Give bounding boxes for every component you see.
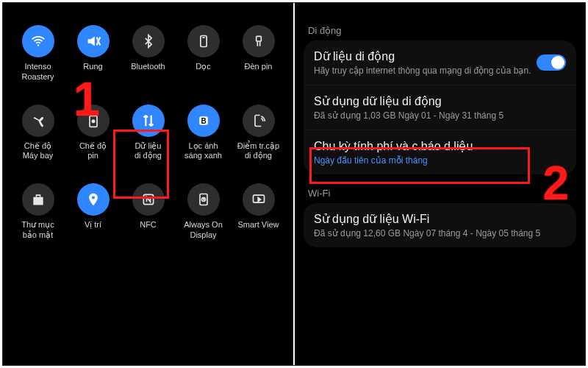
qs-tile-data[interactable]: Dữ liệu di động xyxy=(122,105,174,162)
svg-rect-4 xyxy=(256,36,261,41)
rotate-icon xyxy=(187,25,220,57)
bluetooth-icon xyxy=(132,25,165,57)
smartview-icon xyxy=(243,183,275,216)
qs-tile-label: Smart View xyxy=(237,220,279,230)
qs-tile-label: Chế độ pin xyxy=(79,141,107,162)
airplane-icon xyxy=(22,105,54,137)
row-title: Chu kỳ tính phí và c.báo d.liệu xyxy=(314,139,566,153)
row-sub: Hãy truy cập internet thông qua mạng di … xyxy=(314,66,566,76)
wifi-icon xyxy=(22,25,54,57)
quick-settings-grid: Intenso RoasteryRungBluetoothDọcĐèn pinC… xyxy=(12,25,284,241)
qs-tile-label: Dữ liệu di động xyxy=(135,141,162,162)
qs-tile-label: Điểm tr.cập di động xyxy=(237,141,279,162)
qs-tile-nfc[interactable]: NFC xyxy=(122,183,174,241)
svg-text:B: B xyxy=(201,117,206,125)
qs-tile-airplane[interactable]: Chế độ Máy bay xyxy=(12,105,64,162)
section-header-wifi: Wi-Fi xyxy=(308,188,572,199)
row-sub: Đã sử dụng 12,60 GB Ngày 07 tháng 4 - Ng… xyxy=(314,228,566,238)
svg-point-10 xyxy=(91,196,94,199)
svg-point-0 xyxy=(37,44,39,46)
qs-tile-battery[interactable]: Chế độ pin xyxy=(67,105,119,162)
mobile-data-toggle[interactable] xyxy=(537,54,566,71)
row-sub: Đã sử dụng 1,03 GB Ngày 01 - Ngày 31 thá… xyxy=(314,110,566,121)
flash-icon xyxy=(243,25,275,57)
qs-tile-rotate[interactable]: Dọc xyxy=(177,25,229,82)
location-icon xyxy=(77,183,110,216)
qs-tile-bluelight[interactable]: BLọc ánh sáng xanh xyxy=(177,105,229,162)
battery-icon xyxy=(77,105,110,137)
svg-point-7 xyxy=(92,120,94,122)
mobile-card: Dữ liệu di động Hãy truy cập internet th… xyxy=(304,40,576,174)
row-mobile-usage[interactable]: Sử dụng dữ liệu di động Đã sử dụng 1,03 … xyxy=(304,85,576,130)
qs-tile-label: Chế độ Máy bay xyxy=(23,141,54,162)
qs-tile-label: Lọc ánh sáng xanh xyxy=(184,141,222,162)
qs-tile-label: Always On Display xyxy=(184,220,223,241)
aod-icon xyxy=(187,183,220,216)
qs-tile-aod[interactable]: Always On Display xyxy=(177,183,229,241)
row-wifi-usage[interactable]: Sử dụng dữ liệu Wi-Fi Đã sử dụng 12,60 G… xyxy=(304,203,576,247)
secure-icon xyxy=(22,183,54,216)
qs-tile-label: Rung xyxy=(83,62,102,72)
hotspot-icon xyxy=(243,105,275,137)
qs-tile-smartview[interactable]: Smart View xyxy=(232,183,284,241)
data-usage-settings-panel: Di động Dữ liệu di động Hãy truy cập int… xyxy=(295,3,585,365)
data-icon xyxy=(132,105,165,137)
qs-tile-sound[interactable]: Rung xyxy=(67,25,119,82)
qs-tile-hotspot[interactable]: Điểm tr.cập di động xyxy=(232,105,284,162)
qs-tile-label: NFC xyxy=(140,220,157,230)
qs-tile-label: Intenso Roastery xyxy=(21,62,54,82)
qs-tile-bluetooth[interactable]: Bluetooth xyxy=(122,25,174,82)
row-mobile-data[interactable]: Dữ liệu di động Hãy truy cập internet th… xyxy=(304,40,576,85)
row-sub: Ngày đầu tiên của mỗi tháng xyxy=(314,155,566,166)
qs-tile-wifi[interactable]: Intenso Roastery xyxy=(12,25,64,82)
nfc-icon xyxy=(132,183,165,216)
svg-rect-6 xyxy=(92,114,94,116)
sound-icon xyxy=(77,25,110,57)
quick-settings-panel: Intenso RoasteryRungBluetoothDọcĐèn pinC… xyxy=(3,3,293,365)
row-billing-cycle[interactable]: Chu kỳ tính phí và c.báo d.liệu Ngày đầu… xyxy=(304,130,576,174)
section-header-mobile: Di động xyxy=(308,25,572,36)
row-title: Sử dụng dữ liệu Wi-Fi xyxy=(314,212,566,226)
qs-tile-label: Bluetooth xyxy=(131,62,165,72)
qs-tile-secure[interactable]: Thư mục bảo mật xyxy=(12,183,64,241)
qs-tile-label: Vị trí xyxy=(85,220,101,230)
qs-tile-flash[interactable]: Đèn pin xyxy=(232,25,284,82)
qs-tile-label: Thư mục bảo mật xyxy=(21,220,54,241)
qs-tile-label: Đèn pin xyxy=(245,62,273,72)
wifi-card: Sử dụng dữ liệu Wi-Fi Đã sử dụng 12,60 G… xyxy=(304,203,576,247)
bluelight-icon: B xyxy=(187,105,220,137)
svg-marker-15 xyxy=(258,198,260,202)
toggle-knob xyxy=(551,56,564,69)
row-title: Sử dụng dữ liệu di động xyxy=(314,94,566,108)
qs-tile-label: Dọc xyxy=(196,62,210,72)
qs-tile-location[interactable]: Vị trí xyxy=(67,183,119,241)
row-title: Dữ liệu di động xyxy=(314,49,566,63)
